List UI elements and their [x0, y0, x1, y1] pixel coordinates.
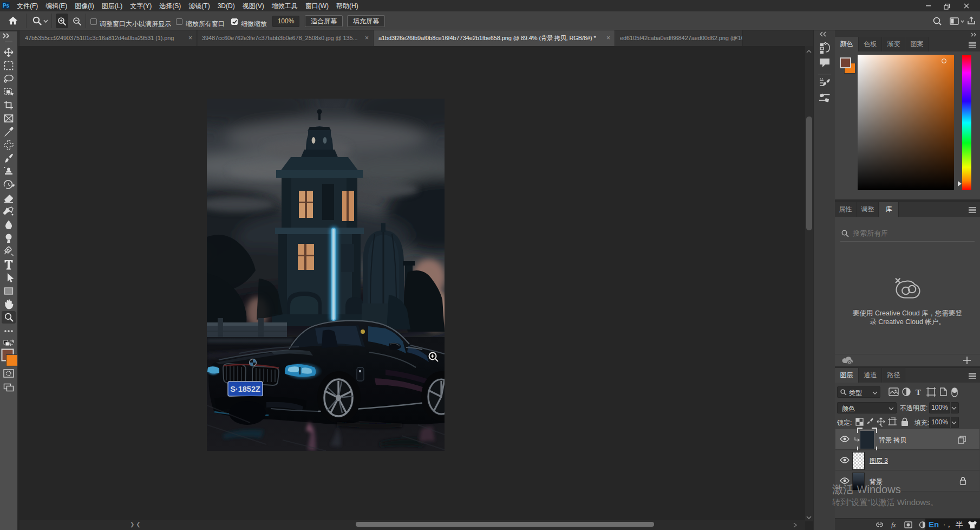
svg-text:T: T	[916, 388, 921, 397]
svg-text:fx: fx	[891, 521, 896, 528]
